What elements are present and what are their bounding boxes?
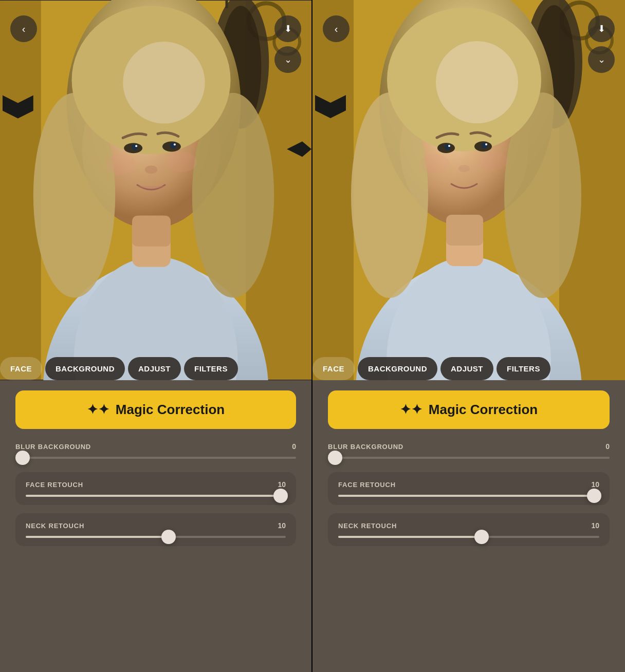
left-blur-header: BLUR BACKGROUND 0	[15, 442, 296, 451]
right-magic-label: Magic Correction	[429, 402, 538, 418]
left-tab-bar: FACE BACKGROUND ADJUST FILTERS	[0, 357, 311, 380]
left-blur-background-section: BLUR BACKGROUND 0	[15, 437, 296, 464]
left-neck-retouch-value: 10	[278, 521, 286, 530]
left-neck-retouch-fill	[26, 536, 169, 538]
right-back-icon: ‹	[335, 23, 338, 35]
right-neck-retouch-label: NECK RETOUCH	[338, 522, 397, 530]
left-panel: ‹ ⬇ ⌄ FACE BACKGROUND ADJUST FILTERS ✦✦ …	[0, 0, 312, 672]
right-neck-retouch-section: NECK RETOUCH 10	[328, 513, 610, 546]
left-neck-retouch-label: NECK RETOUCH	[26, 522, 84, 530]
right-face-retouch-header: FACE RETOUCH 10	[338, 480, 599, 489]
left-tab-filters[interactable]: FILTERS	[184, 357, 238, 380]
svg-point-51	[482, 142, 488, 148]
right-blur-track[interactable]	[328, 457, 610, 459]
svg-point-50	[445, 144, 451, 150]
right-face-retouch-section: FACE RETOUCH 10	[328, 472, 610, 505]
left-blur-track[interactable]	[15, 457, 296, 459]
right-blur-value: 0	[605, 442, 610, 451]
svg-point-23	[170, 142, 176, 148]
right-neck-retouch-header: NECK RETOUCH 10	[338, 521, 599, 530]
left-nav-top: ‹ ⬇ ⌄	[0, 15, 311, 73]
right-neck-retouch-value: 10	[591, 521, 599, 530]
svg-point-25	[174, 143, 176, 145]
left-face-retouch-value: 10	[278, 480, 286, 489]
right-neck-retouch-track[interactable]	[338, 536, 599, 538]
left-neck-retouch-section: NECK RETOUCH 10	[15, 513, 296, 546]
left-neck-retouch-track[interactable]	[26, 536, 286, 538]
right-tab-background[interactable]: BACKGROUND	[358, 357, 437, 380]
left-face-retouch-header: FACE RETOUCH 10	[26, 480, 286, 489]
svg-point-26	[145, 165, 157, 174]
left-blur-value: 0	[292, 442, 296, 451]
right-blur-background-section: BLUR BACKGROUND 0	[328, 437, 610, 464]
right-nav-top: ‹ ⬇ ⌄	[312, 15, 625, 73]
left-photo-area: ‹ ⬇ ⌄ FACE BACKGROUND ADJUST FILTERS	[0, 0, 311, 380]
right-tab-adjust[interactable]: ADJUST	[440, 357, 493, 380]
svg-point-53	[485, 143, 487, 145]
left-face-retouch-label: FACE RETOUCH	[26, 481, 83, 489]
left-blur-label: BLUR BACKGROUND	[15, 443, 91, 451]
right-blur-thumb[interactable]	[328, 451, 342, 465]
right-tab-filters[interactable]: FILTERS	[497, 357, 550, 380]
right-face-retouch-value: 10	[591, 480, 599, 489]
right-face-retouch-track[interactable]	[338, 495, 599, 497]
left-expand-button[interactable]: ⌄	[274, 46, 301, 73]
left-controls-area: ✦✦ Magic Correction BLUR BACKGROUND 0 FA…	[0, 380, 311, 672]
left-back-icon: ‹	[22, 23, 26, 35]
right-tab-face[interactable]: FACE	[312, 357, 355, 380]
left-expand-icon: ⌄	[284, 54, 292, 65]
left-blur-thumb[interactable]	[15, 451, 30, 465]
left-face-retouch-fill	[26, 495, 281, 497]
left-download-button[interactable]: ⬇	[274, 15, 301, 42]
svg-rect-58	[446, 215, 483, 246]
right-neck-retouch-thumb[interactable]	[474, 530, 489, 544]
left-neck-retouch-thumb[interactable]	[161, 530, 176, 544]
right-expand-button[interactable]: ⌄	[588, 46, 615, 73]
left-back-button[interactable]: ‹	[10, 15, 37, 42]
svg-point-28	[167, 152, 197, 172]
right-magic-correction-button[interactable]: ✦✦ Magic Correction	[328, 390, 610, 429]
right-expand-icon: ⌄	[598, 54, 605, 65]
svg-point-54	[458, 165, 470, 172]
left-face-retouch-track[interactable]	[26, 495, 286, 497]
right-nav-right: ⬇ ⌄	[588, 15, 615, 73]
svg-rect-30	[132, 216, 171, 247]
left-face-retouch-section: FACE RETOUCH 10	[15, 472, 296, 505]
right-face-retouch-fill	[338, 495, 594, 497]
right-back-button[interactable]: ‹	[323, 15, 350, 42]
left-tab-background[interactable]: BACKGROUND	[45, 357, 125, 380]
right-magic-icon: ✦✦	[400, 402, 422, 418]
left-nav-right: ⬇ ⌄	[274, 15, 301, 73]
left-magic-label: Magic Correction	[116, 402, 225, 418]
right-face-retouch-label: FACE RETOUCH	[338, 481, 396, 489]
svg-point-52	[448, 145, 450, 147]
svg-point-24	[135, 145, 137, 147]
svg-point-22	[132, 144, 138, 150]
right-panel: ‹ ⬇ ⌄ FACE BACKGROUND ADJUST FILTERS ✦✦ …	[312, 0, 625, 672]
left-tab-adjust[interactable]: ADJUST	[128, 357, 181, 380]
right-controls-area: ✦✦ Magic Correction BLUR BACKGROUND 0 FA…	[312, 380, 625, 672]
left-download-icon: ⬇	[284, 23, 292, 34]
right-blur-header: BLUR BACKGROUND 0	[328, 442, 610, 451]
right-download-button[interactable]: ⬇	[588, 15, 615, 42]
left-magic-icon: ✦✦	[87, 402, 109, 418]
right-photo-area: ‹ ⬇ ⌄ FACE BACKGROUND ADJUST FILTERS	[312, 0, 625, 380]
svg-point-55	[420, 154, 449, 173]
right-neck-retouch-fill	[338, 536, 482, 538]
left-neck-retouch-header: NECK RETOUCH 10	[26, 521, 286, 530]
left-magic-correction-button[interactable]: ✦✦ Magic Correction	[15, 390, 296, 429]
svg-point-56	[479, 152, 508, 171]
svg-point-27	[105, 154, 136, 175]
right-tab-bar: FACE BACKGROUND ADJUST FILTERS	[312, 357, 625, 380]
right-download-icon: ⬇	[598, 23, 605, 34]
right-face-retouch-thumb[interactable]	[587, 489, 601, 503]
left-face-retouch-thumb[interactable]	[273, 489, 288, 503]
left-tab-face[interactable]: FACE	[0, 357, 42, 380]
right-blur-label: BLUR BACKGROUND	[328, 443, 403, 451]
